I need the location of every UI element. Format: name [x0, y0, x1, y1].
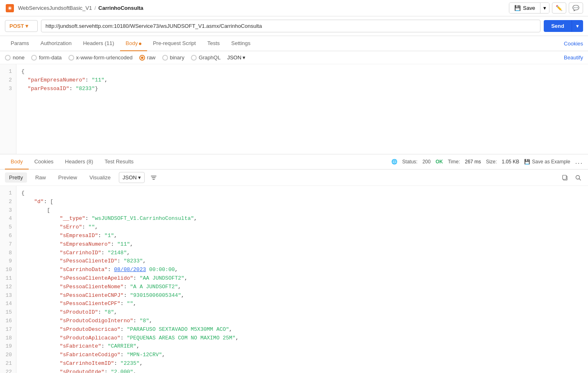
resp-ln-22: 22 [4, 368, 12, 373]
more-options-button[interactable]: ... [575, 158, 583, 165]
tab-settings[interactable]: Settings [225, 36, 256, 51]
save-btn-group: 💾 Save ▾ [509, 2, 549, 14]
filter-icon-button[interactable] [149, 173, 159, 183]
svg-point-1 [9, 7, 11, 9]
resp-ln-5: 5 [4, 223, 12, 232]
resp-ln-19: 19 [4, 342, 12, 351]
tab-body[interactable]: Body [120, 36, 148, 51]
json-format-label: JSON [227, 54, 241, 61]
save-icon-small: 💾 [524, 159, 530, 165]
tab-headers[interactable]: Headers (11) [77, 36, 120, 51]
resp-ln-10: 10 [4, 266, 12, 274]
resp-json-label: JSON [123, 174, 137, 181]
url-bar: POST ▾ Send ▾ [0, 16, 588, 36]
request-body-editor: 1 2 3 { "parEmpresaNumero": "11", "parPe… [0, 64, 588, 154]
resp-line-numbers: 1 2 3 4 5 6 7 8 9 10 11 12 13 14 15 16 1… [0, 186, 16, 373]
method-select[interactable]: POST ▾ [5, 20, 38, 32]
body-type-raw-label: raw [147, 54, 156, 61]
resp-json-inner: 1 2 3 4 5 6 7 8 9 10 11 12 13 14 15 16 1… [0, 186, 588, 373]
resp-ln-11: 11 [4, 274, 12, 283]
resp-format-preview[interactable]: Preview [54, 172, 81, 183]
beautify-button[interactable]: Beautify [564, 54, 583, 61]
tab-params[interactable]: Params [5, 36, 35, 51]
search-button[interactable] [573, 173, 583, 183]
radio-raw [139, 55, 145, 61]
resp-ln-8: 8 [4, 249, 12, 258]
resp-tab-headers[interactable]: Headers (8) [59, 154, 99, 170]
resp-format-visualize[interactable]: Visualize [85, 172, 115, 183]
line-num-1: 1 [4, 68, 12, 76]
resp-body-controls: Pretty Raw Preview Visualize JSON ▾ [0, 170, 588, 186]
body-type-none[interactable]: none [5, 54, 25, 61]
resp-code-content: { "d": [ [ "__type": "wsJUNDSOFT_V1.Carr… [16, 186, 588, 373]
resp-ln-20: 20 [4, 351, 12, 359]
resp-ln-7: 7 [4, 240, 12, 249]
method-dropdown-icon: ▾ [25, 23, 28, 29]
resp-ln-17: 17 [4, 326, 12, 334]
body-dot [139, 43, 141, 45]
resp-ln-2: 2 [4, 198, 12, 206]
line-num-3: 3 [4, 85, 12, 93]
breadcrumb-parent[interactable]: WebServicesJundsoftBasic_V1 [18, 5, 92, 11]
resp-ln-18: 18 [4, 334, 12, 343]
line-numbers: 1 2 3 [0, 64, 16, 154]
comment-icon-button[interactable]: 💬 [569, 2, 583, 14]
save-button[interactable]: 💾 Save [509, 3, 540, 13]
breadcrumb-current: CarrinhoConsulta [98, 5, 143, 11]
response-tab-bar: Body Cookies Headers (8) Test Results 🌐 … [0, 154, 588, 170]
body-type-graphql[interactable]: GraphQL [191, 54, 220, 61]
body-type-urlencoded[interactable]: x-www-form-urlencoded [68, 54, 133, 61]
body-type-graphql-label: GraphQL [199, 54, 220, 61]
radio-formdata [31, 55, 37, 61]
resp-json-format-select[interactable]: JSON ▾ [119, 172, 145, 183]
globe-icon: 🌐 [391, 159, 397, 165]
top-bar-actions: 💾 Save ▾ ✏️ 💬 [509, 2, 583, 14]
resp-format-raw[interactable]: Raw [31, 172, 50, 183]
send-button[interactable]: Send [544, 20, 572, 32]
save-example-button[interactable]: 💾 Save as Example [524, 159, 570, 165]
line-num-2: 2 [4, 76, 12, 85]
save-dropdown-button[interactable]: ▾ [540, 3, 549, 13]
resp-ln-1: 1 [4, 189, 12, 198]
tab-authorization[interactable]: Authorization [35, 36, 77, 51]
resp-tab-body[interactable]: Body [5, 154, 29, 170]
save-icon: 💾 [514, 5, 521, 11]
resp-tab-cookies[interactable]: Cookies [29, 154, 59, 170]
resp-ln-12: 12 [4, 283, 12, 292]
response-json[interactable]: 1 2 3 4 5 6 7 8 9 10 11 12 13 14 15 16 1… [0, 186, 588, 373]
send-dropdown-button[interactable]: ▾ [572, 20, 583, 32]
body-type-binary-label: binary [170, 54, 184, 61]
edit-icon-button[interactable]: ✏️ [552, 2, 566, 14]
body-type-none-label: none [13, 54, 25, 61]
json-format-dropdown-icon: ▾ [243, 54, 245, 61]
size-label: Size: [486, 159, 497, 165]
tab-tests[interactable]: Tests [202, 36, 225, 51]
resp-ln-16: 16 [4, 317, 12, 326]
response-area: Body Cookies Headers (8) Test Results 🌐 … [0, 154, 588, 373]
svg-rect-3 [563, 175, 566, 179]
resp-format-pretty[interactable]: Pretty [5, 172, 27, 183]
resp-tab-test-results[interactable]: Test Results [99, 154, 139, 170]
resp-actions [560, 173, 583, 183]
body-type-formdata[interactable]: form-data [31, 54, 62, 61]
breadcrumb-sep: / [94, 5, 96, 11]
status-ok: OK [436, 159, 443, 165]
status-label: Status: [402, 159, 418, 165]
code-editor[interactable]: 1 2 3 { "parEmpresaNumero": "11", "parPe… [0, 64, 588, 154]
resp-ln-6: 6 [4, 232, 12, 240]
resp-json-dropdown-icon: ▾ [138, 174, 141, 181]
cookies-link[interactable]: Cookies [564, 41, 583, 47]
body-type-binary[interactable]: binary [162, 54, 184, 61]
body-type-raw[interactable]: raw [139, 54, 156, 61]
copy-button[interactable] [560, 173, 570, 183]
code-content[interactable]: { "parEmpresaNumero": "11", "parPessoaID… [16, 64, 588, 154]
resp-ln-3: 3 [4, 206, 12, 215]
tab-prerequest[interactable]: Pre-request Script [147, 36, 202, 51]
json-format-select[interactable]: JSON ▾ [227, 54, 245, 61]
resp-ln-15: 15 [4, 308, 12, 317]
url-input[interactable] [41, 20, 540, 32]
send-btn-group: Send ▾ [544, 20, 583, 32]
breadcrumb: WebServicesJundsoftBasic_V1 / CarrinhoCo… [18, 5, 143, 11]
method-label: POST [9, 23, 24, 29]
body-type-bar: none form-data x-www-form-urlencoded raw… [0, 51, 588, 64]
